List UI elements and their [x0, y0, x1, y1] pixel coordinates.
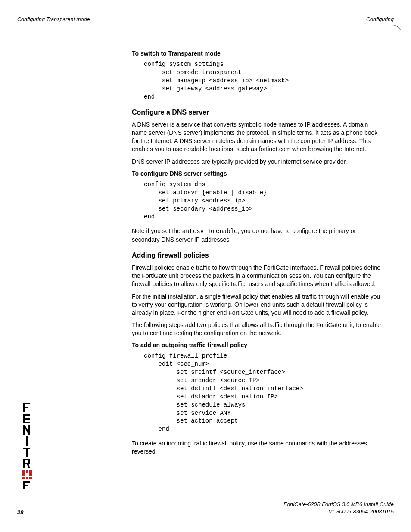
svg-rect-22: [22, 473, 25, 476]
dns-para1: A DNS server is a service that converts …: [132, 121, 381, 153]
firewall-para3: The following steps add two policies tha…: [132, 321, 381, 337]
running-footer: FortiGate-620B FortiOS 3.0 MR6 Install G…: [0, 501, 411, 516]
svg-rect-24: [22, 477, 25, 479]
header-left: Configuring Transparent mode: [17, 16, 90, 22]
svg-rect-19: [22, 470, 25, 473]
svg-rect-28: [23, 481, 30, 483]
svg-rect-3: [28, 403, 30, 404]
svg-rect-11: [26, 436, 28, 446]
firewall-heading: Adding firewall policies: [132, 252, 381, 259]
firewall-para1: Firewall policies enable traffic to flow…: [132, 264, 381, 288]
page-number: 28: [17, 509, 23, 516]
dns-para2: DNS server IP addresses are typically pr…: [132, 158, 381, 166]
svg-rect-13: [26, 448, 28, 457]
svg-marker-18: [27, 464, 30, 468]
footer-line2: 01-30006-83054-20081015: [17, 508, 394, 516]
fortinet-logo: [20, 403, 34, 489]
dns-note-mid: to: [208, 227, 216, 234]
svg-rect-2: [23, 407, 28, 408]
dns-note: Note if you set the autosvr to enable, y…: [132, 227, 381, 244]
switch-proc-title: To switch to Transparent mode: [132, 50, 381, 57]
switch-code: config system settings set opmode transp…: [144, 60, 381, 101]
header-right: Configuring: [366, 16, 394, 22]
svg-rect-20: [26, 470, 28, 473]
svg-rect-17: [28, 459, 30, 464]
firewall-proc-title: To add an outgoing traffic firewall poli…: [132, 342, 381, 348]
svg-rect-15: [23, 459, 29, 460]
document-page: Configuring Transparent mode Configuring…: [0, 0, 411, 532]
dns-code: config system dns set autosvr {enable | …: [144, 180, 381, 221]
dns-note-mono1: autosvr: [182, 228, 208, 235]
running-header: Configuring Transparent mode Configuring: [0, 16, 411, 22]
main-content: To switch to Transparent mode config sys…: [132, 47, 381, 460]
footer-lines: FortiGate-620B FortiOS 3.0 MR6 Install G…: [17, 501, 394, 516]
svg-rect-6: [23, 418, 30, 420]
svg-rect-7: [23, 422, 30, 423]
dns-heading: Configure a DNS server: [132, 109, 381, 116]
footer-line1: FortiGate-620B FortiOS 3.0 MR6 Install G…: [17, 501, 394, 508]
svg-rect-23: [29, 473, 32, 476]
dns-note-pre: Note if you set the: [132, 227, 182, 234]
firewall-para2: For the initial installation, a single f…: [132, 292, 381, 317]
dns-note-mono2: enable: [216, 228, 237, 235]
svg-rect-26: [29, 477, 32, 479]
svg-rect-29: [23, 485, 28, 486]
firewall-code: config firewall profile edit <seq_num> s…: [144, 352, 381, 433]
firewall-para4: To create an incoming traffic firewall p…: [132, 439, 381, 456]
header-rule: [8, 24, 403, 30]
svg-rect-25: [26, 477, 28, 479]
svg-rect-21: [29, 470, 32, 473]
svg-rect-5: [23, 414, 30, 416]
dns-proc-title: To configure DNS server settings: [132, 170, 381, 177]
